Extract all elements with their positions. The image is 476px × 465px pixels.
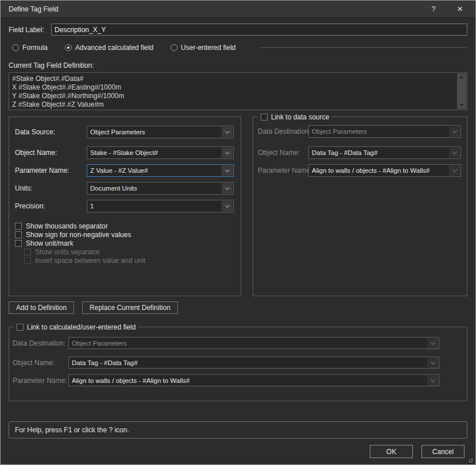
field-label-value: Description_X_Y <box>55 26 106 34</box>
object-name-dropdown: Data Tag - #Data Tag# <box>68 356 439 369</box>
definition-line: #Stake Object#.#Data# <box>12 75 453 83</box>
radio-advanced-label: Advanced calculated field <box>75 44 153 52</box>
data-destination-value: Object Parameters <box>69 340 427 347</box>
chevron-down-icon[interactable] <box>222 127 233 137</box>
data-destination-dropdown: Object Parameters <box>68 337 439 349</box>
object-name-row: Object Name: Data Tag - #Data Tag# <box>13 356 439 369</box>
units-dropdown[interactable]: Document Units <box>87 182 234 195</box>
link-data-source-legend[interactable]: Link to data source <box>258 113 332 121</box>
checkbox-icon <box>261 114 268 121</box>
link-field-panel: Link to calculated/user-entered field Da… <box>9 327 467 401</box>
object-name-row: Object Name: Stake - #Stake Object# <box>15 146 234 159</box>
link-field-legend[interactable]: Link to calculated/user-entered field <box>14 323 138 331</box>
object-name-value: Data Tag - #Data Tag# <box>69 359 427 366</box>
close-icon[interactable]: × <box>451 1 469 18</box>
radio-formula-label: Formula <box>22 44 48 52</box>
definition-caption: Current Tag Field Definition: <box>9 61 467 69</box>
checkbox-show-sign-non-negative[interactable]: Show sign for non-negative values <box>15 230 234 239</box>
checkbox-label: Insert space between value and unit <box>35 257 145 265</box>
resize-grip-icon[interactable] <box>467 456 473 462</box>
middle-panels: Data Source: Object Parameters Object Na… <box>9 117 467 296</box>
checkbox-label: Show unit/mark <box>26 239 73 247</box>
checkbox-show-thousands-separator[interactable]: Show thousands separator <box>15 222 234 230</box>
checkbox-icon <box>24 257 31 264</box>
radio-button-icon <box>171 44 177 51</box>
data-destination-row: Data Destination: Object Parameters <box>13 337 439 349</box>
status-help-text: For Help, press F1 or click the ? icon. <box>15 426 129 434</box>
radio-user-entered-label: User-entered field <box>181 44 235 52</box>
parameter-name-dropdown: Align to walls / objects - #Align to Wal… <box>308 164 461 177</box>
dialog-content: Field Label: Description_X_Y Formula Adv… <box>1 18 475 464</box>
data-source-dropdown[interactable]: Object Parameters <box>87 126 234 138</box>
checkbox-label: Show sign for non-negative values <box>26 231 131 239</box>
chevron-down-icon[interactable] <box>222 183 233 193</box>
object-name-label: Object Name: <box>258 149 308 157</box>
data-destination-label: Data Destination: <box>258 127 308 135</box>
chevron-down-icon <box>449 126 460 137</box>
parameter-name-dropdown[interactable]: Z Value - #Z Value# <box>87 164 234 177</box>
vertical-scrollbar[interactable] <box>457 73 466 109</box>
units-label: Units: <box>15 184 87 192</box>
parameter-name-row: Parameter Name: Align to walls / objects… <box>258 164 461 177</box>
data-source-value: Object Parameters <box>87 129 222 135</box>
precision-value: 1 <box>87 203 222 210</box>
parameter-name-row: Parameter Name: Align to walls / objects… <box>13 374 439 386</box>
object-name-label: Object Name: <box>13 359 68 367</box>
parameter-name-value: Z Value - #Z Value# <box>87 167 222 174</box>
units-value: Document Units <box>87 185 222 192</box>
titlebar: Define Tag Field ? × <box>1 1 475 18</box>
define-tag-field-dialog: Define Tag Field ? × Field Label: Descri… <box>0 0 476 465</box>
object-name-value: Stake - #Stake Object# <box>87 149 222 156</box>
scroll-down-icon[interactable] <box>459 104 464 107</box>
object-name-row: Object Name: Data Tag - #Data Tag# <box>258 146 461 159</box>
field-label-input[interactable]: Description_X_Y <box>51 24 467 36</box>
definition-line: Y #Stake Object#.#Northing#/1000m <box>12 92 453 100</box>
chevron-down-icon <box>427 358 438 368</box>
definition-textarea[interactable]: #Stake Object#.#Data# X #Stake Object#.#… <box>9 72 467 110</box>
checkbox-label: Show units separator <box>35 248 100 256</box>
checkbox-icon <box>17 324 24 331</box>
object-name-dropdown: Data Tag - #Data Tag# <box>308 146 461 159</box>
checkbox-insert-space-value-unit: Insert space between value and unit <box>24 256 234 265</box>
checkbox-icon <box>15 223 22 230</box>
data-destination-row: Data Destination: Object Parameters <box>258 125 461 138</box>
object-name-value: Data Tag - #Data Tag# <box>309 149 449 156</box>
link-field-title: Link to calculated/user-entered field <box>27 323 136 331</box>
radio-advanced-calculated-field[interactable]: Advanced calculated field <box>65 44 153 52</box>
checkbox-show-unit-mark[interactable]: Show unit/mark <box>15 239 234 247</box>
ok-button[interactable]: OK <box>370 445 413 458</box>
divider-line <box>260 47 468 48</box>
window-title: Define Tag Field <box>9 5 59 13</box>
definition-buttons: Add to Definition Replace Current Defini… <box>9 301 467 314</box>
parameter-name-value: Align to walls / objects - #Align to Wal… <box>309 167 449 174</box>
link-data-source-panel: Link to data source Data Destination: Ob… <box>253 117 467 296</box>
status-bar: For Help, press F1 or click the ? icon. <box>9 421 467 439</box>
chevron-down-icon[interactable] <box>222 148 233 158</box>
data-destination-value: Object Parameters <box>309 128 449 135</box>
definition-line: X #Stake Object#.#Easting#/1000m <box>12 83 453 92</box>
checkbox-icon <box>15 231 22 238</box>
help-icon[interactable]: ? <box>425 1 442 18</box>
checkbox-show-units-separator: Show units separator <box>24 247 234 256</box>
radio-user-entered-field[interactable]: User-entered field <box>171 44 235 52</box>
radio-button-icon <box>12 44 19 51</box>
data-source-row: Data Source: Object Parameters <box>15 126 234 138</box>
source-panel: Data Source: Object Parameters Object Na… <box>9 117 241 296</box>
radio-button-selected-icon <box>65 44 72 51</box>
units-row: Units: Document Units <box>15 182 234 195</box>
definition-line: Z #Stake Object#.#Z Value#m <box>12 100 453 109</box>
chevron-down-icon[interactable] <box>222 165 233 176</box>
add-to-definition-button[interactable]: Add to Definition <box>9 301 74 314</box>
chevron-down-icon <box>449 165 460 176</box>
chevron-down-icon[interactable] <box>222 201 233 211</box>
radio-formula[interactable]: Formula <box>12 44 48 52</box>
link-data-source-title: Link to data source <box>271 113 329 121</box>
data-source-label: Data Source: <box>15 128 87 136</box>
parameter-name-value: Align to walls / objects - #Align to Wal… <box>69 377 427 384</box>
cancel-button[interactable]: Cancel <box>421 445 465 458</box>
scroll-up-icon[interactable] <box>459 76 464 79</box>
object-name-dropdown[interactable]: Stake - #Stake Object# <box>87 146 234 159</box>
precision-dropdown[interactable]: 1 <box>87 200 234 212</box>
replace-current-definition-button[interactable]: Replace Current Definition <box>82 301 178 314</box>
field-type-options: Formula Advanced calculated field User-e… <box>9 43 467 52</box>
